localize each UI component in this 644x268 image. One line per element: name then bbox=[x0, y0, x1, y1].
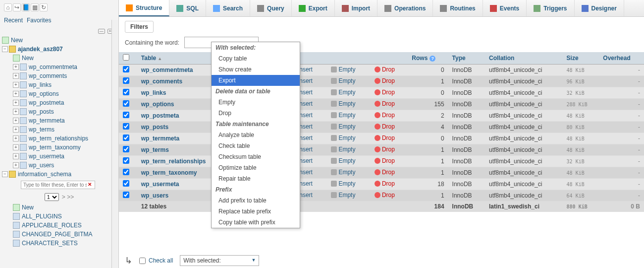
tab-triggers[interactable]: Triggers bbox=[527, 0, 574, 16]
table-name-link[interactable]: wp_postmeta bbox=[141, 112, 179, 119]
tab-export[interactable]: Export bbox=[292, 0, 335, 16]
expand-icon[interactable]: + bbox=[13, 135, 19, 141]
tab-designer[interactable]: Designer bbox=[575, 0, 624, 16]
expand-icon[interactable]: + bbox=[13, 118, 19, 124]
collapse-icon[interactable]: − bbox=[2, 46, 8, 52]
refresh-icon[interactable]: ↻ bbox=[40, 3, 48, 11]
drop-action[interactable]: Drop bbox=[375, 100, 395, 107]
drop-action[interactable]: Drop bbox=[375, 146, 395, 153]
menu-item-checksum-table[interactable]: Checksum table bbox=[212, 151, 300, 162]
tree-item-wp_postmeta[interactable]: +wp_postmeta bbox=[2, 98, 116, 107]
check-all[interactable]: Check all bbox=[139, 257, 173, 264]
table-name-link[interactable]: wp_posts bbox=[141, 124, 168, 131]
drop-action[interactable]: Drop bbox=[375, 89, 395, 96]
empty-action[interactable]: Empty bbox=[331, 66, 355, 73]
row-checkbox[interactable] bbox=[123, 77, 129, 84]
drop-action[interactable]: Drop bbox=[375, 192, 395, 199]
menu-item-drop[interactable]: Drop bbox=[212, 108, 300, 119]
expand-icon[interactable]: + bbox=[13, 82, 19, 88]
expand-icon[interactable]: + bbox=[13, 73, 19, 79]
drop-action[interactable]: Drop bbox=[375, 77, 395, 84]
table-name-link[interactable]: wp_termmeta bbox=[141, 135, 179, 142]
table-name-link[interactable]: wp_usermeta bbox=[141, 181, 179, 188]
table-name-link[interactable]: wp_links bbox=[141, 89, 166, 96]
sort-asc-icon[interactable]: ▲ bbox=[158, 56, 162, 61]
tree-item-wp_term_taxonomy[interactable]: +wp_term_taxonomy bbox=[2, 143, 116, 152]
row-checkbox[interactable] bbox=[123, 89, 129, 95]
row-checkbox[interactable] bbox=[123, 180, 129, 187]
clear-filter-icon[interactable]: ✕ bbox=[88, 182, 92, 187]
expand-icon[interactable]: + bbox=[13, 127, 19, 133]
empty-action[interactable]: Empty bbox=[331, 169, 355, 176]
recent-tab[interactable]: Recent bbox=[4, 17, 23, 24]
menu-item-empty[interactable]: Empty bbox=[212, 97, 300, 108]
row-checkbox[interactable] bbox=[123, 157, 129, 164]
tree-item-applicable_roles[interactable]: APPLICABLE_ROLES bbox=[2, 221, 116, 230]
tree-item-new[interactable]: New bbox=[2, 36, 116, 45]
menu-item-replace-table-prefix[interactable]: Replace table prefix bbox=[212, 206, 300, 217]
tree-item-new[interactable]: New bbox=[2, 54, 116, 63]
col-header[interactable]: Collation bbox=[485, 52, 563, 65]
tab-routines[interactable]: Routines bbox=[433, 0, 483, 16]
tab-import[interactable]: Import bbox=[335, 0, 377, 16]
menu-item-export[interactable]: Export bbox=[212, 75, 300, 86]
menu-item-analyze-table[interactable]: Analyze table bbox=[212, 130, 300, 140]
drop-action[interactable]: Drop bbox=[375, 112, 395, 119]
tab-search[interactable]: Search bbox=[206, 0, 250, 16]
col-header[interactable]: Rows? bbox=[408, 52, 448, 65]
row-checkbox[interactable] bbox=[123, 100, 129, 107]
menu-item-add-prefix-to-table[interactable]: Add prefix to table bbox=[212, 195, 300, 206]
tree-item-wp_terms[interactable]: +wp_terms bbox=[2, 125, 116, 134]
row-checkbox[interactable] bbox=[123, 192, 129, 198]
menu-item-check-table[interactable]: Check table bbox=[212, 140, 300, 151]
favorites-tab[interactable]: Favorites bbox=[27, 17, 51, 24]
tree-item-wp_posts[interactable]: +wp_posts bbox=[2, 107, 116, 116]
empty-action[interactable]: Empty bbox=[331, 146, 355, 153]
menu-item-show-create[interactable]: Show create bbox=[212, 64, 300, 75]
tree-item-information_schema[interactable]: −information_schema bbox=[2, 170, 116, 179]
collapse-icon[interactable]: — bbox=[98, 29, 105, 34]
exit-icon[interactable]: ↪ bbox=[13, 3, 21, 11]
row-checkbox[interactable] bbox=[123, 112, 129, 118]
table-name-link[interactable]: wp_options bbox=[141, 101, 174, 108]
expand-icon[interactable]: + bbox=[13, 91, 19, 97]
sql-icon[interactable]: ▦ bbox=[31, 3, 39, 11]
tree-filter-input[interactable] bbox=[21, 181, 95, 189]
tree-item-wp_comments[interactable]: +wp_comments bbox=[2, 71, 116, 80]
expand-icon[interactable]: + bbox=[13, 64, 19, 70]
col-header[interactable] bbox=[119, 52, 137, 65]
empty-action[interactable]: Empty bbox=[331, 77, 355, 84]
expand-icon[interactable]: + bbox=[13, 153, 19, 159]
tab-operations[interactable]: Operations bbox=[377, 0, 433, 16]
col-header[interactable]: Size bbox=[563, 52, 599, 65]
empty-action[interactable]: Empty bbox=[331, 89, 355, 96]
empty-action[interactable]: Empty bbox=[331, 157, 355, 164]
info-icon[interactable]: ? bbox=[429, 56, 435, 62]
tree-item-ajandek_asz807[interactable]: −ajandek_asz807 bbox=[2, 45, 116, 54]
table-name-link[interactable]: wp_users bbox=[141, 192, 168, 199]
row-checkbox[interactable] bbox=[123, 134, 129, 141]
tree-item-wp_term_relationships[interactable]: +wp_term_relationships bbox=[2, 134, 116, 143]
select-all-checkbox[interactable] bbox=[123, 54, 129, 61]
drop-action[interactable]: Drop bbox=[375, 66, 395, 73]
tree-item-wp_users[interactable]: +wp_users bbox=[2, 161, 116, 170]
drop-action[interactable]: Drop bbox=[375, 180, 395, 187]
drop-action[interactable]: Drop bbox=[375, 169, 395, 176]
expand-icon[interactable]: + bbox=[13, 109, 19, 115]
table-name-link[interactable]: wp_commentmeta bbox=[141, 67, 193, 73]
drop-action[interactable]: Drop bbox=[375, 134, 395, 141]
tree-item-wp_links[interactable]: +wp_links bbox=[2, 80, 116, 89]
empty-action[interactable]: Empty bbox=[331, 180, 355, 187]
table-name-link[interactable]: wp_term_relationships bbox=[141, 158, 206, 165]
row-checkbox[interactable] bbox=[123, 146, 129, 152]
collapse-icon[interactable]: − bbox=[2, 171, 8, 177]
tab-events[interactable]: Events bbox=[483, 0, 527, 16]
empty-action[interactable]: Empty bbox=[331, 100, 355, 107]
home-icon[interactable]: ⌂ bbox=[4, 3, 12, 11]
menu-item-repair-table[interactable]: Repair table bbox=[212, 173, 300, 184]
empty-action[interactable]: Empty bbox=[331, 123, 355, 130]
empty-action[interactable]: Empty bbox=[331, 112, 355, 119]
tab-sql[interactable]: SQL bbox=[169, 0, 206, 16]
tree-item-changed_page_bitma[interactable]: CHANGED_PAGE_BITMA bbox=[2, 230, 116, 239]
menu-item-copy-table[interactable]: Copy table bbox=[212, 53, 300, 64]
